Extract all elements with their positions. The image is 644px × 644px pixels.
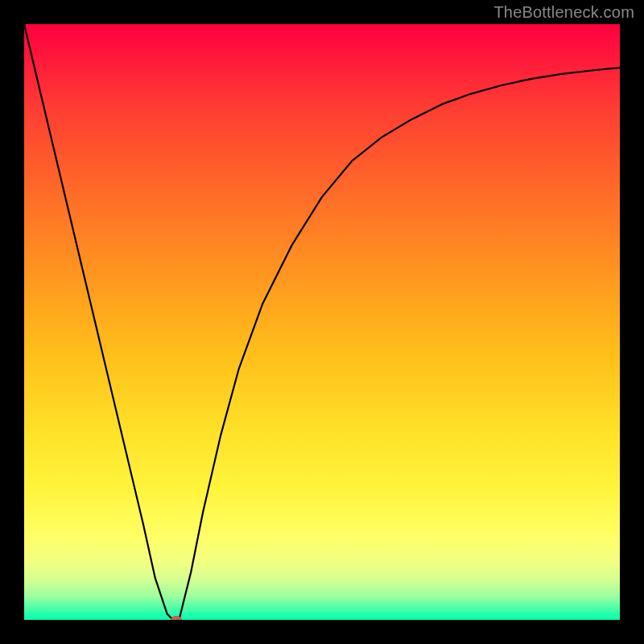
watermark-text: TheBottleneck.com bbox=[493, 3, 634, 22]
curve-svg bbox=[24, 24, 620, 620]
chart-frame: TheBottleneck.com bbox=[0, 0, 644, 644]
bottleneck-curve bbox=[24, 24, 620, 620]
plot-area bbox=[24, 24, 620, 620]
minimum-marker bbox=[171, 616, 182, 620]
